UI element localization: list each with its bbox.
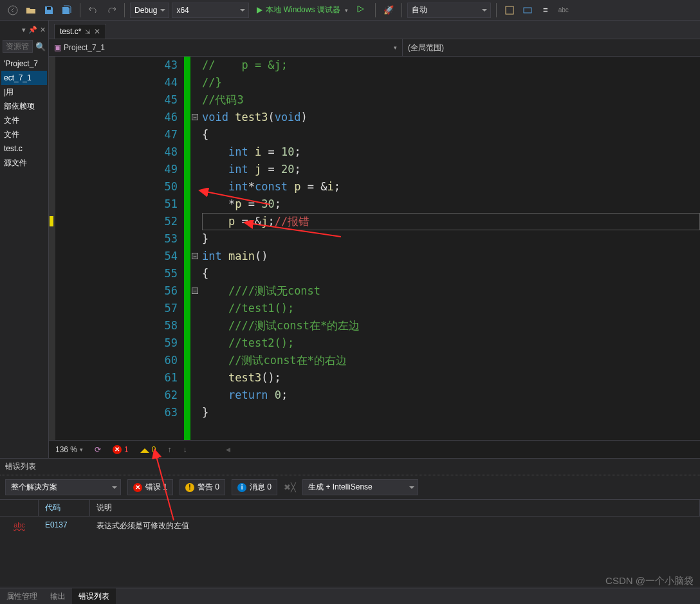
code-line[interactable]: ////测试const在*的左边 xyxy=(199,317,700,334)
dropdown-icon[interactable]: ▾ xyxy=(22,26,26,34)
source-dropdown[interactable]: 生成 + IntelliSense xyxy=(302,479,418,495)
code-line[interactable]: } xyxy=(199,230,700,248)
tab-properties[interactable]: 属性管理 xyxy=(0,589,44,604)
warning-icon xyxy=(140,444,149,453)
tree-node[interactable]: test.c xyxy=(1,142,47,156)
code-line[interactable]: p = &j;//报错 xyxy=(199,213,700,230)
auto-dropdown[interactable]: 自动 xyxy=(407,3,491,18)
svg-rect-1 xyxy=(47,7,51,10)
main-toolbar: Debug x64 本地 Windows 调试器▾ 🚀 自动 ≡ abc xyxy=(0,0,700,21)
error-type-icon: abc xyxy=(14,521,25,529)
code-line[interactable]: //代码3 xyxy=(199,91,700,109)
fold-toggle[interactable]: − xyxy=(192,288,198,294)
tree-node[interactable]: 文件 xyxy=(1,127,47,142)
code-line[interactable]: void test3(void) xyxy=(199,109,700,126)
rocket-icon[interactable]: 🚀 xyxy=(381,3,396,18)
tool-icon-1[interactable] xyxy=(502,3,517,18)
code-line[interactable]: *p = 30; xyxy=(199,196,700,213)
error-list-header: 代码 说明 xyxy=(0,499,700,517)
code-line[interactable]: // p = &j; xyxy=(199,57,700,74)
scope-dropdown[interactable]: 整个解决方案 xyxy=(5,479,121,495)
svg-point-0 xyxy=(8,6,17,15)
col-header-code[interactable]: 代码 xyxy=(39,500,90,516)
nav-func-label: (全局范围) xyxy=(408,42,444,53)
panel-title: 错误列表 xyxy=(0,459,700,475)
warning-icon: ! xyxy=(185,483,194,492)
error-icon: ✕ xyxy=(133,483,142,492)
search-input[interactable] xyxy=(3,40,33,53)
health-icon[interactable]: ⟳ xyxy=(95,445,101,454)
nav-func-dropdown[interactable]: (全局范围) xyxy=(403,39,700,56)
code-line[interactable]: int*const p = &i; xyxy=(199,178,700,196)
error-list-panel: 错误列表 整个解决方案 ✕错误 1 !警告 0 i消息 0 ✖╳ 生成 + In… xyxy=(0,458,700,587)
start-no-debug-icon[interactable] xyxy=(355,3,370,18)
code-line[interactable]: //test2(); xyxy=(199,334,700,352)
svg-rect-3 xyxy=(524,8,531,13)
tree-node[interactable]: 部依赖项 xyxy=(1,99,47,113)
code-line[interactable]: int j = 20; xyxy=(199,161,700,178)
tool-icon-3[interactable]: ≡ xyxy=(538,3,553,18)
open-icon[interactable] xyxy=(23,3,39,18)
info-icon: i xyxy=(237,483,246,492)
tab-pin-icon[interactable]: ⇲ xyxy=(85,28,90,35)
save-icon[interactable] xyxy=(41,3,57,18)
fold-toggle[interactable]: − xyxy=(192,114,198,120)
warning-count: 0 xyxy=(152,445,156,454)
code-line[interactable]: } xyxy=(199,404,700,421)
editor-area: test.c* ⇲ ✕ ▣ Project_7_1 ▾ (全局范围) 43444… xyxy=(49,21,700,458)
save-all-icon[interactable] xyxy=(59,3,75,18)
code-line[interactable]: int i = 10; xyxy=(199,143,700,161)
nav-scope-label: Project_7_1 xyxy=(64,43,105,52)
tree-node[interactable]: 'Project_7 xyxy=(1,57,47,71)
editor-status-bar: 136 %▾ ⟳ ✕1 0 ↑ ↓ ◄ xyxy=(49,440,700,458)
close-sidebar-icon[interactable]: ✕ xyxy=(40,26,46,34)
tree-node[interactable]: 文件 xyxy=(1,113,47,127)
tree-node[interactable]: |用 xyxy=(1,85,47,99)
code-line[interactable]: //test1(); xyxy=(199,300,700,317)
code-line[interactable]: test3(); xyxy=(199,369,700,387)
code-line[interactable]: { xyxy=(199,265,700,282)
tree-node[interactable]: ect_7_1 xyxy=(1,71,47,85)
error-code: E0137 xyxy=(39,519,90,533)
nav-up-icon[interactable]: ↑ xyxy=(167,445,171,454)
config-dropdown[interactable]: Debug xyxy=(130,3,169,18)
fold-toggle[interactable]: − xyxy=(192,253,198,259)
zoom-level[interactable]: 136 % xyxy=(55,445,77,454)
clear-filter-icon[interactable]: ✖╳ xyxy=(284,482,296,492)
error-count: 1 xyxy=(124,445,129,454)
breakpoint-marker[interactable] xyxy=(50,216,53,226)
error-icon: ✕ xyxy=(113,445,122,454)
error-row[interactable]: abcE0137表达式必须是可修改的左值 xyxy=(0,517,700,535)
file-tab[interactable]: test.c* ⇲ ✕ xyxy=(54,24,106,39)
search-icon[interactable]: 🔍 xyxy=(35,42,46,51)
code-line[interactable]: //测试const在*的右边 xyxy=(199,352,700,369)
code-line[interactable]: ////测试无const xyxy=(199,282,700,300)
filter-errors-button[interactable]: ✕错误 1 xyxy=(127,479,173,495)
undo-icon[interactable] xyxy=(86,3,101,18)
tab-error-list[interactable]: 错误列表 xyxy=(72,589,116,604)
tab-output[interactable]: 输出 xyxy=(44,589,72,604)
file-tab-label: test.c* xyxy=(60,27,81,36)
error-desc: 表达式必须是可修改的左值 xyxy=(90,519,700,533)
nav-down-icon[interactable]: ↓ xyxy=(183,445,187,454)
code-line[interactable]: { xyxy=(199,126,700,143)
start-debug-button[interactable]: 本地 Windows 调试器▾ xyxy=(252,3,351,18)
col-header-desc[interactable]: 说明 xyxy=(90,500,700,516)
code-line[interactable]: //} xyxy=(199,74,700,91)
nav-scope-dropdown[interactable]: ▣ Project_7_1 ▾ xyxy=(49,39,403,56)
back-icon[interactable] xyxy=(5,3,21,18)
platform-dropdown[interactable]: x64 xyxy=(172,3,249,18)
code-line[interactable]: int main() xyxy=(199,248,700,265)
tool-icon-2[interactable] xyxy=(520,3,535,18)
code-line[interactable]: return 0; xyxy=(199,387,700,404)
tool-icon-4[interactable]: abc xyxy=(556,3,571,18)
tree-node[interactable]: 源文件 xyxy=(1,156,47,170)
solution-explorer: ▾ 📌 ✕ 🔍 'Project_7ect_7_1|用部依赖项文件文件test.… xyxy=(0,21,49,458)
code-editor[interactable]: 4344454647484950515253545556575859606162… xyxy=(49,57,700,440)
filter-warnings-button[interactable]: !警告 0 xyxy=(180,479,225,495)
redo-icon[interactable] xyxy=(104,3,119,18)
bottom-tab-strip: 属性管理 输出 错误列表 xyxy=(0,589,700,604)
filter-messages-button[interactable]: i消息 0 xyxy=(232,479,277,495)
pin-icon[interactable]: 📌 xyxy=(28,26,37,34)
tab-close-icon[interactable]: ✕ xyxy=(94,27,100,36)
